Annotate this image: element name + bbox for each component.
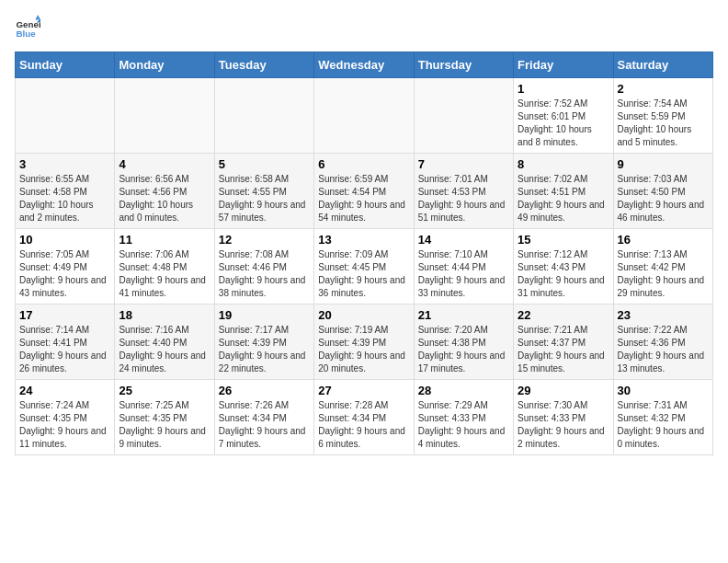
- day-info: Sunrise: 7:16 AM Sunset: 4:40 PM Dayligh…: [119, 324, 210, 375]
- day-info: Sunrise: 7:06 AM Sunset: 4:48 PM Dayligh…: [119, 248, 210, 300]
- day-info: Sunrise: 6:59 AM Sunset: 4:54 PM Dayligh…: [318, 173, 409, 224]
- calendar-cell: 22Sunrise: 7:21 AM Sunset: 4:37 PM Dayli…: [514, 304, 613, 380]
- day-number: 7: [418, 157, 509, 171]
- day-number: 13: [318, 233, 409, 247]
- day-number: 25: [119, 384, 210, 397]
- day-header-wednesday: Wednesday: [314, 52, 414, 78]
- day-info: Sunrise: 7:54 AM Sunset: 5:59 PM Dayligh…: [618, 98, 709, 149]
- day-info: Sunrise: 7:31 AM Sunset: 4:32 PM Dayligh…: [618, 399, 709, 451]
- day-info: Sunrise: 7:03 AM Sunset: 4:50 PM Dayligh…: [618, 173, 709, 224]
- calendar-cell: 17Sunrise: 7:14 AM Sunset: 4:41 PM Dayli…: [16, 304, 115, 380]
- day-info: Sunrise: 7:08 AM Sunset: 4:46 PM Dayligh…: [219, 248, 310, 300]
- calendar-cell: 23Sunrise: 7:22 AM Sunset: 4:36 PM Dayli…: [613, 304, 712, 380]
- day-number: 18: [119, 308, 210, 322]
- calendar-cell: 28Sunrise: 7:29 AM Sunset: 4:33 PM Dayli…: [414, 380, 513, 455]
- day-info: Sunrise: 7:24 AM Sunset: 4:35 PM Dayligh…: [19, 399, 110, 451]
- calendar-cell: 16Sunrise: 7:13 AM Sunset: 4:42 PM Dayli…: [613, 229, 712, 304]
- day-info: Sunrise: 7:02 AM Sunset: 4:51 PM Dayligh…: [518, 173, 609, 224]
- calendar-cell: 24Sunrise: 7:24 AM Sunset: 4:35 PM Dayli…: [16, 380, 115, 455]
- day-number: 2: [618, 82, 709, 96]
- calendar-cell: [214, 78, 313, 154]
- day-number: 24: [19, 384, 110, 397]
- day-number: 1: [518, 82, 609, 96]
- day-number: 11: [119, 233, 210, 247]
- header: General Blue: [15, 15, 713, 40]
- day-number: 10: [19, 233, 110, 247]
- day-number: 8: [518, 157, 609, 171]
- calendar-week-3: 17Sunrise: 7:14 AM Sunset: 4:41 PM Dayli…: [16, 304, 713, 380]
- day-info: Sunrise: 7:01 AM Sunset: 4:53 PM Dayligh…: [418, 173, 509, 224]
- day-number: 22: [518, 308, 609, 322]
- calendar-cell: 26Sunrise: 7:26 AM Sunset: 4:34 PM Dayli…: [214, 380, 313, 455]
- logo-icon: General Blue: [15, 15, 40, 40]
- calendar-week-4: 24Sunrise: 7:24 AM Sunset: 4:35 PM Dayli…: [16, 380, 713, 455]
- calendar-cell: 4Sunrise: 6:56 AM Sunset: 4:56 PM Daylig…: [115, 154, 214, 229]
- day-number: 29: [518, 384, 609, 397]
- calendar-cell: 29Sunrise: 7:30 AM Sunset: 4:33 PM Dayli…: [514, 380, 613, 455]
- calendar-week-0: 1Sunrise: 7:52 AM Sunset: 6:01 PM Daylig…: [16, 78, 713, 154]
- day-number: 21: [418, 308, 509, 322]
- day-info: Sunrise: 7:25 AM Sunset: 4:35 PM Dayligh…: [119, 399, 210, 451]
- calendar-cell: 3Sunrise: 6:55 AM Sunset: 4:58 PM Daylig…: [16, 154, 115, 229]
- calendar-cell: 12Sunrise: 7:08 AM Sunset: 4:46 PM Dayli…: [214, 229, 313, 304]
- day-header-tuesday: Tuesday: [214, 52, 313, 78]
- day-number: 30: [618, 384, 709, 397]
- day-number: 14: [418, 233, 509, 247]
- day-info: Sunrise: 7:22 AM Sunset: 4:36 PM Dayligh…: [618, 324, 709, 375]
- calendar-cell: [115, 78, 214, 154]
- calendar-cell: 1Sunrise: 7:52 AM Sunset: 6:01 PM Daylig…: [514, 78, 613, 154]
- calendar-header-row: SundayMondayTuesdayWednesdayThursdayFrid…: [16, 52, 713, 78]
- day-number: 9: [618, 157, 709, 171]
- day-info: Sunrise: 7:20 AM Sunset: 4:38 PM Dayligh…: [418, 324, 509, 375]
- calendar-cell: 30Sunrise: 7:31 AM Sunset: 4:32 PM Dayli…: [613, 380, 712, 455]
- day-info: Sunrise: 7:52 AM Sunset: 6:01 PM Dayligh…: [518, 98, 609, 149]
- calendar-week-2: 10Sunrise: 7:05 AM Sunset: 4:49 PM Dayli…: [16, 229, 713, 304]
- day-number: 6: [318, 157, 409, 171]
- logo: General Blue: [15, 15, 44, 40]
- day-header-saturday: Saturday: [613, 52, 712, 78]
- day-info: Sunrise: 7:21 AM Sunset: 4:37 PM Dayligh…: [518, 324, 609, 375]
- calendar-cell: 20Sunrise: 7:19 AM Sunset: 4:39 PM Dayli…: [314, 304, 414, 380]
- day-number: 15: [518, 233, 609, 247]
- day-info: Sunrise: 7:14 AM Sunset: 4:41 PM Dayligh…: [19, 324, 110, 375]
- day-number: 17: [19, 308, 110, 322]
- day-info: Sunrise: 7:09 AM Sunset: 4:45 PM Dayligh…: [318, 248, 409, 300]
- calendar-cell: [314, 78, 414, 154]
- day-info: Sunrise: 7:29 AM Sunset: 4:33 PM Dayligh…: [418, 399, 509, 451]
- svg-text:Blue: Blue: [16, 29, 36, 39]
- calendar-cell: [16, 78, 115, 154]
- calendar-cell: 5Sunrise: 6:58 AM Sunset: 4:55 PM Daylig…: [214, 154, 313, 229]
- day-info: Sunrise: 6:55 AM Sunset: 4:58 PM Dayligh…: [19, 173, 110, 224]
- day-info: Sunrise: 7:28 AM Sunset: 4:34 PM Dayligh…: [318, 399, 409, 451]
- day-number: 12: [219, 233, 310, 247]
- day-number: 4: [119, 157, 210, 171]
- calendar-cell: 7Sunrise: 7:01 AM Sunset: 4:53 PM Daylig…: [414, 154, 513, 229]
- calendar-cell: 19Sunrise: 7:17 AM Sunset: 4:39 PM Dayli…: [214, 304, 313, 380]
- calendar-table: SundayMondayTuesdayWednesdayThursdayFrid…: [15, 52, 713, 455]
- day-info: Sunrise: 7:10 AM Sunset: 4:44 PM Dayligh…: [418, 248, 509, 300]
- day-header-thursday: Thursday: [414, 52, 513, 78]
- calendar-cell: 8Sunrise: 7:02 AM Sunset: 4:51 PM Daylig…: [514, 154, 613, 229]
- calendar-cell: 13Sunrise: 7:09 AM Sunset: 4:45 PM Dayli…: [314, 229, 414, 304]
- svg-marker-2: [35, 15, 40, 20]
- calendar-week-1: 3Sunrise: 6:55 AM Sunset: 4:58 PM Daylig…: [16, 154, 713, 229]
- calendar-cell: 2Sunrise: 7:54 AM Sunset: 5:59 PM Daylig…: [613, 78, 712, 154]
- day-number: 16: [618, 233, 709, 247]
- day-number: 23: [618, 308, 709, 322]
- day-number: 20: [318, 308, 409, 322]
- calendar-cell: [414, 78, 513, 154]
- day-number: 3: [19, 157, 110, 171]
- day-info: Sunrise: 7:30 AM Sunset: 4:33 PM Dayligh…: [518, 399, 609, 451]
- calendar-cell: 21Sunrise: 7:20 AM Sunset: 4:38 PM Dayli…: [414, 304, 513, 380]
- calendar-cell: 14Sunrise: 7:10 AM Sunset: 4:44 PM Dayli…: [414, 229, 513, 304]
- calendar-cell: 27Sunrise: 7:28 AM Sunset: 4:34 PM Dayli…: [314, 380, 414, 455]
- day-number: 26: [219, 384, 310, 397]
- calendar-cell: 18Sunrise: 7:16 AM Sunset: 4:40 PM Dayli…: [115, 304, 214, 380]
- day-info: Sunrise: 7:12 AM Sunset: 4:43 PM Dayligh…: [518, 248, 609, 300]
- day-number: 28: [418, 384, 509, 397]
- calendar-cell: 9Sunrise: 7:03 AM Sunset: 4:50 PM Daylig…: [613, 154, 712, 229]
- day-header-monday: Monday: [115, 52, 214, 78]
- calendar-body: 1Sunrise: 7:52 AM Sunset: 6:01 PM Daylig…: [16, 78, 713, 455]
- day-header-friday: Friday: [514, 52, 613, 78]
- day-info: Sunrise: 6:58 AM Sunset: 4:55 PM Dayligh…: [219, 173, 310, 224]
